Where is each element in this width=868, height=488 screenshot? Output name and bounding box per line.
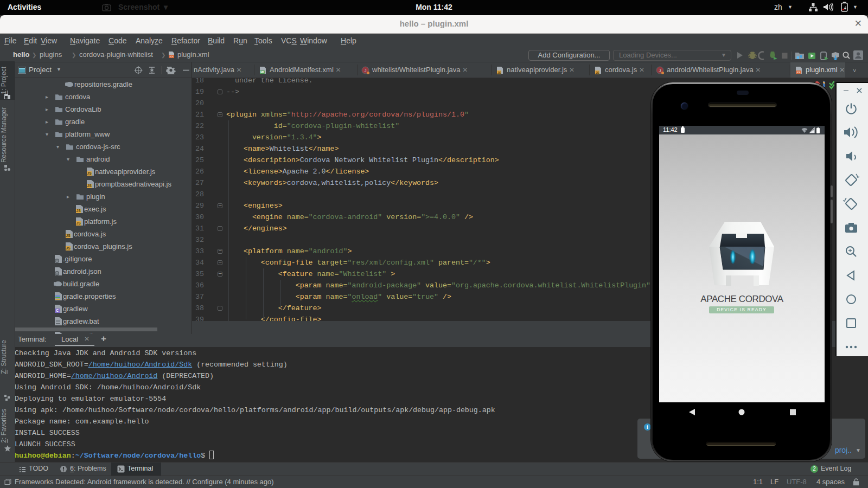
svg-text:JS: JS <box>596 71 599 74</box>
svg-text:<>: <> <box>170 55 173 58</box>
svg-text:JS: JS <box>497 71 501 74</box>
svg-text:J: J <box>659 68 661 73</box>
svg-text:MF: MF <box>260 70 264 74</box>
svg-text:<>: <> <box>797 70 800 74</box>
svg-text:J: J <box>365 68 367 73</box>
